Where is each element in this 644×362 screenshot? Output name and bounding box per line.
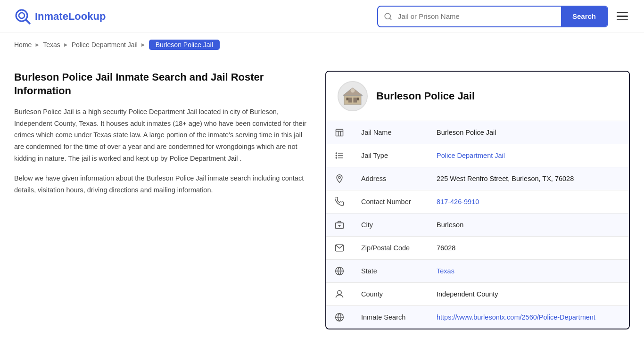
row-value: Burleson bbox=[428, 214, 629, 237]
row-icon bbox=[326, 121, 353, 144]
search-bar: Search bbox=[377, 6, 608, 27]
header: InmateLookup Search bbox=[0, 0, 644, 33]
row-label: State bbox=[353, 260, 428, 283]
field-value: 76028 bbox=[437, 244, 455, 252]
row-value: Independent County bbox=[428, 283, 629, 306]
table-row: State Texas bbox=[326, 260, 629, 283]
row-label: Jail Type bbox=[353, 144, 428, 167]
jail-card-header: Burleson Police Jail bbox=[326, 72, 629, 121]
breadcrumb: Home ► Texas ► Police Department Jail ► … bbox=[0, 33, 644, 57]
breadcrumb-type[interactable]: Police Department Jail bbox=[72, 41, 138, 49]
row-value: 225 West Renfro Street, Burleson, TX, 76… bbox=[428, 167, 629, 190]
breadcrumb-sep: ► bbox=[34, 41, 40, 48]
table-row: County Independent County bbox=[326, 283, 629, 306]
jail-card: Burleson Police Jail Jail Name Burleson … bbox=[325, 71, 630, 329]
search-input[interactable] bbox=[398, 12, 561, 20]
phone-link[interactable]: 817-426-9910 bbox=[437, 198, 479, 206]
search-button[interactable]: Search bbox=[561, 6, 607, 27]
right-column: Burleson Police Jail Jail Name Burleson … bbox=[325, 71, 630, 329]
svg-line-2 bbox=[26, 20, 30, 24]
row-icon bbox=[326, 283, 353, 306]
main-content: Burleson Police Jail Inmate Search and J… bbox=[0, 57, 644, 344]
jail-building-icon bbox=[341, 85, 364, 107]
row-value: 817-426-9910 bbox=[428, 190, 629, 214]
svg-rect-6 bbox=[348, 98, 352, 103]
state-link[interactable]: Texas bbox=[437, 267, 454, 275]
breadcrumb-current: Burleson Police Jail bbox=[149, 40, 220, 50]
svg-point-20 bbox=[336, 155, 337, 156]
header-right: Search bbox=[377, 6, 630, 27]
field-value: 225 West Renfro Street, Burleson, TX, 76… bbox=[437, 175, 574, 182]
row-icon bbox=[326, 260, 353, 283]
field-value: Independent County bbox=[437, 290, 498, 298]
svg-rect-9 bbox=[351, 89, 355, 93]
row-label: Inmate Search bbox=[353, 306, 428, 329]
hamburger-line bbox=[617, 12, 628, 14]
table-row: City Burleson bbox=[326, 214, 629, 237]
search-icon bbox=[378, 12, 398, 21]
row-icon bbox=[326, 237, 353, 260]
row-value: https://www.burlesontx.com/2560/Police-D… bbox=[428, 306, 629, 329]
row-icon bbox=[326, 190, 353, 214]
row-value: Burleson Police Jail bbox=[428, 121, 629, 144]
page-desc-1: Burleson Police Jail is a high security … bbox=[14, 106, 306, 164]
hamburger-line bbox=[617, 16, 628, 17]
menu-button[interactable] bbox=[615, 10, 630, 23]
field-value: Burleson bbox=[437, 221, 463, 229]
row-label: Jail Name bbox=[353, 121, 428, 144]
hamburger-line bbox=[617, 19, 628, 21]
row-icon bbox=[326, 306, 353, 329]
field-value: Burleson Police Jail bbox=[437, 129, 496, 136]
row-value: 76028 bbox=[428, 237, 629, 260]
svg-rect-7 bbox=[354, 98, 357, 103]
row-icon bbox=[326, 214, 353, 237]
jail-card-title: Burleson Police Jail bbox=[376, 90, 475, 102]
svg-rect-10 bbox=[347, 98, 349, 100]
row-icon bbox=[326, 167, 353, 190]
svg-point-22 bbox=[339, 176, 340, 178]
row-value: Texas bbox=[428, 260, 629, 283]
svg-point-29 bbox=[338, 291, 341, 295]
breadcrumb-state[interactable]: Texas bbox=[43, 41, 60, 49]
row-label: County bbox=[353, 283, 428, 306]
logo-text: InmateLookup bbox=[35, 10, 106, 23]
row-label: Address bbox=[353, 167, 428, 190]
row-label: Zip/Postal Code bbox=[353, 237, 428, 260]
row-label: City bbox=[353, 214, 428, 237]
info-table: Jail Name Burleson Police Jail Jail Type… bbox=[326, 121, 629, 329]
svg-point-21 bbox=[336, 157, 337, 158]
table-row: Jail Type Police Department Jail bbox=[326, 144, 629, 167]
svg-point-1 bbox=[19, 13, 25, 18]
page-title: Burleson Police Jail Inmate Search and J… bbox=[14, 71, 306, 98]
jail-avatar bbox=[338, 81, 368, 111]
svg-rect-11 bbox=[357, 98, 359, 100]
table-row: Address 225 West Renfro Street, Burleson… bbox=[326, 167, 629, 190]
row-value: Police Department Jail bbox=[428, 144, 629, 167]
breadcrumb-sep: ► bbox=[63, 41, 69, 48]
table-row: Inmate Search https://www.burlesontx.com… bbox=[326, 306, 629, 329]
jail-type-link[interactable]: Police Department Jail bbox=[437, 152, 505, 159]
logo[interactable]: InmateLookup bbox=[14, 8, 106, 25]
row-label: Contact Number bbox=[353, 190, 428, 214]
inmate-search-link[interactable]: https://www.burlesontx.com/2560/Police-D… bbox=[437, 313, 595, 321]
row-icon bbox=[326, 144, 353, 167]
svg-line-4 bbox=[389, 18, 391, 19]
table-row: Contact Number 817-426-9910 bbox=[326, 190, 629, 214]
svg-rect-12 bbox=[336, 129, 343, 136]
svg-point-19 bbox=[336, 153, 337, 154]
page-desc-2: Below we have given information about th… bbox=[14, 173, 306, 196]
left-column: Burleson Police Jail Inmate Search and J… bbox=[14, 71, 306, 205]
logo-icon bbox=[14, 8, 31, 25]
table-row: Jail Name Burleson Police Jail bbox=[326, 121, 629, 144]
breadcrumb-sep: ► bbox=[140, 41, 146, 48]
table-row: Zip/Postal Code 76028 bbox=[326, 237, 629, 260]
breadcrumb-home[interactable]: Home bbox=[14, 41, 32, 49]
